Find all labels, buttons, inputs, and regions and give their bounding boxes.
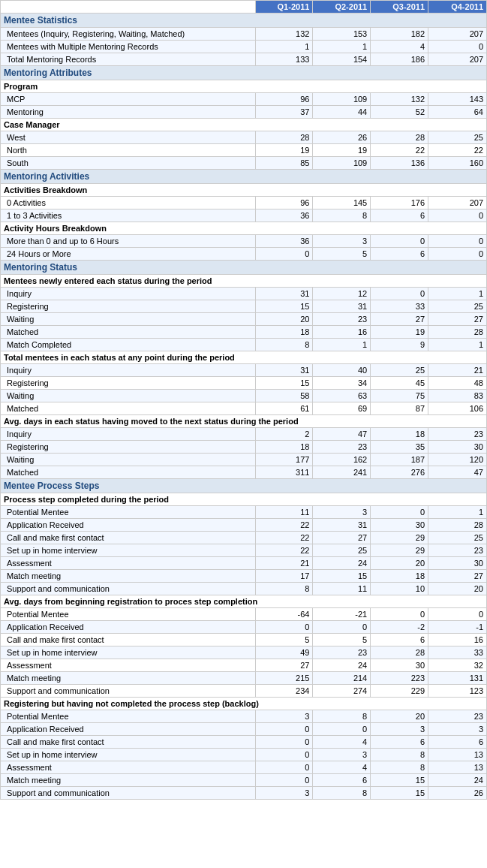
row-value-q2: 25 xyxy=(313,544,371,557)
row-value-q3: 18 xyxy=(371,570,428,583)
row-value-q2: 23 xyxy=(313,313,371,326)
row-label: 1 to 3 Activities xyxy=(1,209,256,222)
row-value-q1: 1 xyxy=(255,41,313,53)
row-value-q1: 215 xyxy=(255,672,313,685)
row-value-q4: 16 xyxy=(428,634,487,646)
row-label: Registering xyxy=(1,377,256,390)
row-value-q4: 0 xyxy=(428,209,487,222)
row-value-q1: 22 xyxy=(255,544,313,557)
row-label: South xyxy=(1,157,256,170)
row-label: 24 Hours or More xyxy=(1,248,256,261)
row-value-q3: 3 xyxy=(371,723,428,736)
row-value-q1: 31 xyxy=(255,288,313,300)
row-value-q1: 96 xyxy=(255,93,313,106)
row-value-q4: 33 xyxy=(428,646,487,659)
row-value-q4: 28 xyxy=(428,326,487,339)
report-container: Q1-2011 Q2-2011 Q3-2011 Q4-2011 Mentee S… xyxy=(0,0,487,800)
row-value-q3: 28 xyxy=(371,131,428,144)
row-value-q3: 28 xyxy=(371,646,428,659)
statistics-table: Q1-2011 Q2-2011 Q3-2011 Q4-2011 Mentee S… xyxy=(0,0,487,800)
row-value-q1: 96 xyxy=(255,197,313,209)
row-label: Set up in home interview xyxy=(1,646,256,659)
col-header-q1: Q1-2011 xyxy=(255,1,313,14)
col-header-q2: Q2-2011 xyxy=(313,1,371,14)
row-value-q1: 28 xyxy=(255,131,313,144)
bold-row-cell: Registering but having not completed the… xyxy=(1,698,487,710)
row-label: Waiting xyxy=(1,390,256,402)
row-value-q3: 182 xyxy=(371,28,428,41)
col-header-q4: Q4-2011 xyxy=(428,1,487,14)
row-value-q4: 32 xyxy=(428,659,487,672)
row-value-q3: 45 xyxy=(371,377,428,390)
row-label: Call and make first contact xyxy=(1,736,256,749)
row-label: Call and make first contact xyxy=(1,634,256,646)
row-value-q4: 207 xyxy=(428,197,487,209)
bold-row-cell: Case Manager xyxy=(1,119,487,131)
row-value-q4: 22 xyxy=(428,144,487,157)
bold-row-cell: Total mentees in each status at any poin… xyxy=(1,351,487,364)
row-value-q3: 6 xyxy=(371,736,428,749)
row-value-q3: 35 xyxy=(371,441,428,454)
row-value-q2: 26 xyxy=(313,131,371,144)
row-label: 0 Activities xyxy=(1,197,256,209)
row-value-q3: 276 xyxy=(371,466,428,479)
row-value-q2: 214 xyxy=(313,672,371,685)
row-value-q1: 11 xyxy=(255,506,313,519)
row-value-q2: 44 xyxy=(313,106,371,119)
row-value-q3: 9 xyxy=(371,339,428,351)
row-value-q4: 106 xyxy=(428,402,487,415)
row-value-q2: 12 xyxy=(313,288,371,300)
row-label: Inquiry xyxy=(1,428,256,441)
row-value-q4: 13 xyxy=(428,761,487,774)
bold-row-cell: Avg. days from beginning registration to… xyxy=(1,595,487,608)
row-value-q1: 61 xyxy=(255,402,313,415)
row-value-q1: 36 xyxy=(255,209,313,222)
row-value-q3: 52 xyxy=(371,106,428,119)
bold-row-cell: Activity Hours Breakdown xyxy=(1,222,487,235)
row-value-q4: 83 xyxy=(428,390,487,402)
bold-row-cell: Mentees newly entered each status during… xyxy=(1,275,487,288)
row-value-q4: 24 xyxy=(428,774,487,787)
row-label: Registering xyxy=(1,441,256,454)
row-label: Call and make first contact xyxy=(1,532,256,544)
row-value-q3: 8 xyxy=(371,749,428,761)
row-label: Application Received xyxy=(1,621,256,634)
row-value-q2: 31 xyxy=(313,519,371,532)
row-value-q4: 21 xyxy=(428,364,487,377)
row-value-q3: 186 xyxy=(371,53,428,66)
row-value-q3: -2 xyxy=(371,621,428,634)
row-value-q2: 69 xyxy=(313,402,371,415)
bold-row-cell: Process step completed during the period xyxy=(1,493,487,506)
row-value-q2: 6 xyxy=(313,774,371,787)
row-value-q4: 0 xyxy=(428,235,487,248)
row-value-q4: 28 xyxy=(428,519,487,532)
row-value-q1: 0 xyxy=(255,621,313,634)
row-label: Support and communication xyxy=(1,787,256,800)
row-label: Potential Mentee xyxy=(1,710,256,723)
row-value-q4: 207 xyxy=(428,28,487,41)
row-label: Registering xyxy=(1,300,256,313)
row-value-q3: 6 xyxy=(371,634,428,646)
row-value-q2: 3 xyxy=(313,749,371,761)
row-value-q1: -64 xyxy=(255,608,313,621)
row-value-q4: 26 xyxy=(428,787,487,800)
row-value-q2: -21 xyxy=(313,608,371,621)
row-value-q3: 0 xyxy=(371,608,428,621)
row-value-q1: 58 xyxy=(255,390,313,402)
row-value-q1: 0 xyxy=(255,723,313,736)
row-value-q2: 40 xyxy=(313,364,371,377)
row-value-q2: 19 xyxy=(313,144,371,157)
row-value-q3: 0 xyxy=(371,235,428,248)
row-value-q1: 132 xyxy=(255,28,313,41)
row-value-q1: 8 xyxy=(255,339,313,351)
row-label: Matched xyxy=(1,466,256,479)
row-value-q1: 22 xyxy=(255,519,313,532)
row-value-q2: 27 xyxy=(313,532,371,544)
row-value-q4: 0 xyxy=(428,248,487,261)
row-value-q3: 10 xyxy=(371,583,428,595)
row-value-q2: 4 xyxy=(313,761,371,774)
row-label: Inquiry xyxy=(1,288,256,300)
row-value-q4: 30 xyxy=(428,557,487,570)
row-value-q3: 30 xyxy=(371,659,428,672)
row-label: Set up in home interview xyxy=(1,749,256,761)
